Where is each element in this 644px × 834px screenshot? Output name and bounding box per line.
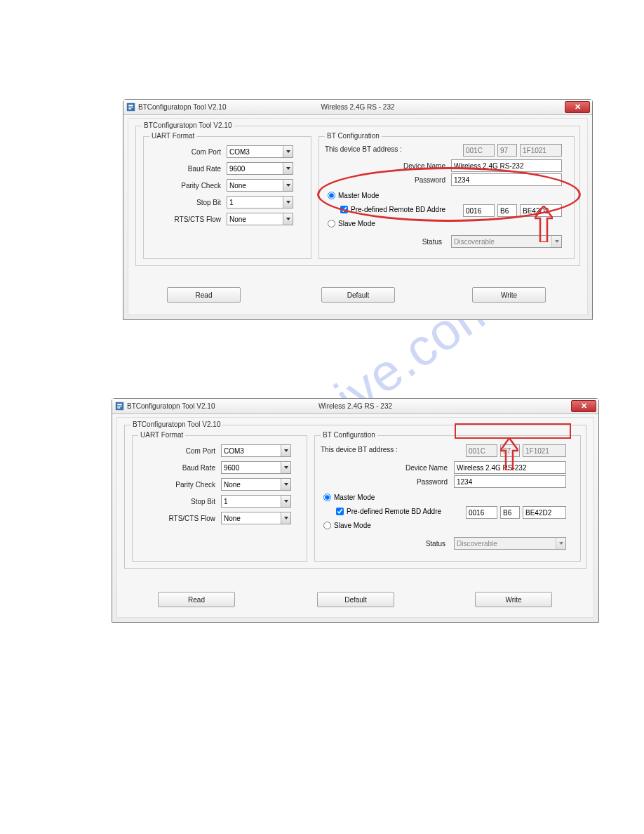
bt-addr-label: This device BT address : [321, 446, 426, 454]
close-icon: ✕ [581, 402, 587, 411]
outer-group-legend: BTConfiguratopn Tool V2.10 [130, 421, 222, 428]
master-mode-label: Master Mode [334, 494, 375, 501]
baud-rate-label: Baud Rate [140, 464, 215, 472]
chevron-down-icon[interactable] [283, 180, 293, 191]
slave-mode-radio-input[interactable] [323, 522, 331, 529]
password-label: Password [374, 478, 448, 486]
password-input[interactable] [454, 475, 566, 488]
predef-addr-c[interactable] [523, 506, 566, 519]
bt-addr-c [520, 144, 562, 157]
default-button[interactable]: Default [317, 592, 394, 607]
password-label: Password [375, 176, 445, 184]
read-button[interactable]: Read [158, 592, 235, 607]
device-name-input[interactable] [454, 461, 566, 474]
bt-addr-label: This device BT address : [325, 145, 430, 153]
chevron-down-icon[interactable] [281, 462, 290, 473]
titlebar: BTConfiguratopn Tool V2.10 Wireless 2.4G… [112, 399, 598, 414]
predefined-checkbox[interactable]: Pre-defined Remote BD Addre [340, 206, 445, 213]
default-button[interactable]: Default [321, 287, 395, 303]
window-title-left: BTConfiguratopn Tool V2.10 [138, 103, 226, 111]
bt-group: BT Configuration This device BT address … [318, 136, 575, 259]
uart-group: UART Format Com Port Baud Rate Parity Ch… [143, 136, 311, 259]
write-button[interactable]: Write [475, 592, 552, 607]
stop-bit-label: Stop Bit [151, 199, 221, 206]
chevron-down-icon[interactable] [283, 213, 293, 225]
predefined-checkbox-input[interactable] [336, 508, 344, 515]
uart-legend: UART Format [149, 132, 196, 140]
client-area: BTConfiguratopn Tool V2.10 UART Format C… [116, 417, 594, 618]
close-icon: ✕ [575, 102, 581, 112]
status-select [454, 537, 566, 550]
master-mode-label: Master Mode [338, 192, 379, 199]
baud-rate-label: Baud Rate [151, 165, 221, 173]
chevron-down-icon[interactable] [283, 146, 293, 157]
com-port-label: Com Port [151, 148, 221, 156]
predefined-checkbox[interactable]: Pre-defined Remote BD Addre [336, 508, 441, 515]
predef-addr-a[interactable] [463, 204, 495, 217]
status-label: Status [405, 540, 445, 548]
chevron-down-icon[interactable] [281, 512, 290, 524]
bt-addr-b [497, 144, 517, 157]
chevron-down-icon[interactable] [281, 496, 290, 507]
master-mode-radio-input[interactable] [323, 494, 331, 501]
outer-group-legend: BTConfiguratopn Tool V2.10 [142, 121, 234, 129]
chevron-down-icon[interactable] [281, 445, 290, 456]
bt-addr-b [500, 444, 520, 457]
master-mode-radio-input[interactable] [328, 192, 335, 199]
chevron-down-icon [551, 236, 561, 247]
titlebar: BTConfiguratopn Tool V2.10 Wireless 2.4G… [123, 100, 592, 115]
device-name-input[interactable] [451, 159, 562, 172]
slave-mode-radio[interactable]: Slave Mode [328, 220, 375, 227]
status-label: Status [403, 238, 442, 246]
predefined-checkbox-input[interactable] [340, 206, 348, 213]
close-button[interactable]: ✕ [565, 101, 590, 113]
rtscts-label: RTS/CTS Flow [140, 515, 215, 522]
client-area: BTConfiguratopn Tool V2.10 UART Format C… [128, 118, 588, 315]
bt-config-icon [115, 402, 124, 411]
slave-mode-label: Slave Mode [334, 522, 371, 529]
uart-legend: UART Format [138, 431, 185, 439]
chevron-down-icon[interactable] [283, 163, 293, 174]
slave-mode-radio-input[interactable] [328, 220, 335, 227]
predef-addr-a[interactable] [466, 506, 497, 519]
chevron-down-icon[interactable] [281, 479, 290, 490]
slave-mode-radio[interactable]: Slave Mode [323, 522, 371, 529]
stop-bit-label: Stop Bit [140, 498, 215, 505]
rtscts-label: RTS/CTS Flow [151, 216, 221, 223]
parity-label: Parity Check [140, 481, 215, 489]
chevron-down-icon [556, 538, 565, 549]
bt-group: BT Configuration This device BT address … [314, 435, 581, 562]
slave-mode-label: Slave Mode [338, 220, 375, 227]
bt-addr-a [463, 144, 495, 157]
uart-group: UART Format Com Port Baud Rate Parity Ch… [132, 435, 307, 562]
com-port-label: Com Port [140, 447, 215, 455]
window-title-left: BTConfiguratopn Tool V2.10 [127, 402, 215, 410]
predef-addr-c[interactable] [520, 204, 562, 217]
bt-addr-a [466, 444, 497, 457]
master-mode-radio[interactable]: Master Mode [328, 192, 379, 199]
password-input[interactable] [451, 173, 562, 186]
predef-addr-b[interactable] [497, 204, 517, 217]
predef-addr-b[interactable] [500, 506, 520, 519]
chevron-down-icon[interactable] [283, 197, 293, 208]
device-name-label: Device Name [375, 162, 445, 170]
predefined-label: Pre-defined Remote BD Addre [347, 508, 441, 515]
window-1: BTConfiguratopn Tool V2.10 Wireless 2.4G… [123, 99, 593, 320]
close-button[interactable]: ✕ [571, 400, 596, 412]
master-mode-radio[interactable]: Master Mode [323, 494, 375, 501]
bt-addr-c [523, 444, 566, 457]
bt-legend: BT Configuration [325, 132, 382, 140]
write-button[interactable]: Write [472, 287, 546, 303]
status-select [451, 235, 562, 248]
read-button[interactable]: Read [167, 287, 241, 303]
device-name-label: Device Name [374, 464, 448, 472]
bt-legend: BT Configuration [321, 431, 377, 439]
parity-label: Parity Check [151, 182, 221, 190]
outer-group: BTConfiguratopn Tool V2.10 UART Format C… [135, 126, 580, 266]
window-2: BTConfiguratopn Tool V2.10 Wireless 2.4G… [112, 398, 599, 623]
bt-config-icon [126, 102, 135, 112]
outer-group: BTConfiguratopn Tool V2.10 UART Format C… [124, 425, 586, 569]
predefined-label: Pre-defined Remote BD Addre [351, 206, 445, 213]
